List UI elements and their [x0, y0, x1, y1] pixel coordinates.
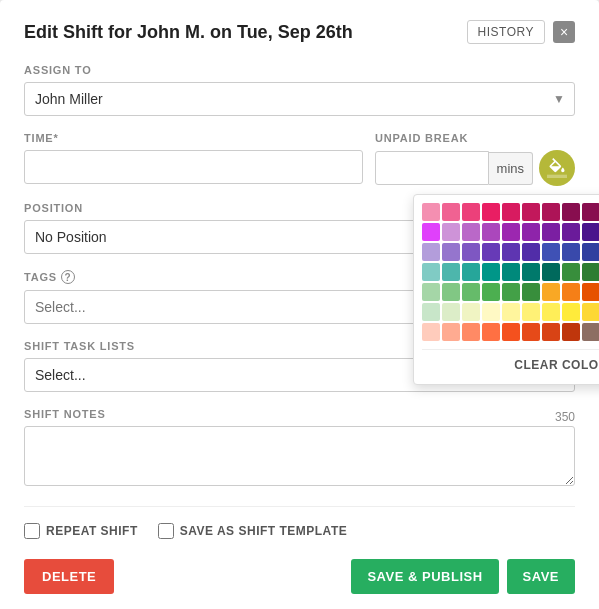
header-actions: HISTORY ×: [467, 20, 575, 44]
repeat-shift-checkbox[interactable]: [24, 523, 40, 539]
close-button[interactable]: ×: [553, 21, 575, 43]
color-swatch[interactable]: [582, 203, 599, 221]
color-swatch[interactable]: [582, 323, 599, 341]
color-swatch[interactable]: [522, 203, 540, 221]
assign-to-wrapper: John Miller ▼: [24, 82, 575, 116]
paint-bucket-icon: [547, 158, 567, 178]
color-swatch[interactable]: [462, 283, 480, 301]
color-swatch[interactable]: [582, 283, 599, 301]
save-template-checkbox[interactable]: [158, 523, 174, 539]
color-swatch[interactable]: [462, 323, 480, 341]
tags-help-icon[interactable]: ?: [61, 270, 75, 284]
edit-shift-modal: Edit Shift for John M. on Tue, Sep 26th …: [0, 0, 599, 609]
color-swatch[interactable]: [422, 283, 440, 301]
color-swatch[interactable]: [522, 283, 540, 301]
color-swatch[interactable]: [462, 263, 480, 281]
color-swatch[interactable]: [542, 303, 560, 321]
color-swatch[interactable]: [542, 283, 560, 301]
color-swatch[interactable]: [422, 203, 440, 221]
save-publish-button[interactable]: SAVE & PUBLISH: [351, 559, 498, 594]
color-swatch[interactable]: [522, 223, 540, 241]
time-label: TIME*: [24, 132, 363, 144]
color-swatch[interactable]: [442, 243, 460, 261]
color-swatch[interactable]: [522, 303, 540, 321]
color-swatch[interactable]: [562, 263, 580, 281]
break-input[interactable]: 15: [375, 151, 489, 185]
color-swatch[interactable]: [562, 283, 580, 301]
color-swatch[interactable]: [502, 303, 520, 321]
color-swatch[interactable]: [482, 303, 500, 321]
color-swatch[interactable]: [582, 263, 599, 281]
notes-header: SHIFT NOTES 350: [24, 408, 575, 426]
color-swatch[interactable]: [522, 243, 540, 261]
color-swatch[interactable]: [482, 243, 500, 261]
color-swatch[interactable]: [422, 303, 440, 321]
save-template-label: SAVE AS SHIFT TEMPLATE: [180, 524, 347, 538]
history-button[interactable]: HISTORY: [467, 20, 545, 44]
clear-color-button[interactable]: CLEAR COLOR: [422, 349, 599, 376]
color-swatch[interactable]: [582, 303, 599, 321]
save-button[interactable]: SAVE: [507, 559, 575, 594]
color-swatch[interactable]: [462, 303, 480, 321]
time-break-section: TIME* 9:00am - 5:00pm UNPAID BREAK 15 mi…: [24, 132, 575, 186]
color-swatch[interactable]: [422, 323, 440, 341]
color-swatch[interactable]: [562, 223, 580, 241]
time-input[interactable]: 9:00am - 5:00pm: [24, 150, 363, 184]
color-swatch[interactable]: [482, 203, 500, 221]
color-swatch[interactable]: [562, 243, 580, 261]
color-swatch[interactable]: [482, 323, 500, 341]
color-swatch[interactable]: [582, 243, 599, 261]
color-swatch[interactable]: [482, 223, 500, 241]
assign-to-select[interactable]: John Miller: [24, 82, 575, 116]
color-swatch[interactable]: [502, 283, 520, 301]
notes-textarea[interactable]: [24, 426, 575, 486]
break-column: UNPAID BREAK 15 mins: [375, 132, 575, 186]
color-swatch[interactable]: [422, 243, 440, 261]
footer-actions: DELETE SAVE & PUBLISH SAVE: [24, 559, 575, 594]
color-swatch[interactable]: [562, 203, 580, 221]
color-swatch[interactable]: [502, 223, 520, 241]
color-swatch[interactable]: [542, 323, 560, 341]
color-swatch[interactable]: [442, 203, 460, 221]
color-swatch[interactable]: [542, 203, 560, 221]
color-swatch[interactable]: [462, 223, 480, 241]
modal-title: Edit Shift for John M. on Tue, Sep 26th: [24, 22, 353, 43]
color-swatch[interactable]: [482, 283, 500, 301]
color-swatch[interactable]: [502, 263, 520, 281]
repeat-shift-label: REPEAT SHIFT: [46, 524, 138, 538]
checkbox-row: REPEAT SHIFT SAVE AS SHIFT TEMPLATE: [24, 523, 575, 539]
color-swatch[interactable]: [462, 243, 480, 261]
time-column: TIME* 9:00am - 5:00pm: [24, 132, 363, 184]
color-swatch[interactable]: [442, 223, 460, 241]
color-swatch[interactable]: [422, 223, 440, 241]
mins-label: mins: [489, 152, 533, 185]
color-swatch[interactable]: [482, 263, 500, 281]
repeat-shift-item: REPEAT SHIFT: [24, 523, 138, 539]
color-swatch[interactable]: [502, 323, 520, 341]
color-swatch[interactable]: [442, 283, 460, 301]
color-swatch[interactable]: [522, 263, 540, 281]
color-swatch[interactable]: [562, 303, 580, 321]
color-swatch[interactable]: [542, 223, 560, 241]
color-picker-popup: CLEAR COLOR: [413, 194, 599, 385]
divider: [24, 506, 575, 507]
color-swatch[interactable]: [562, 323, 580, 341]
color-swatch[interactable]: [422, 263, 440, 281]
color-picker-button[interactable]: [539, 150, 575, 186]
char-count: 350: [555, 410, 575, 424]
color-swatch[interactable]: [442, 323, 460, 341]
color-swatch[interactable]: [542, 243, 560, 261]
color-swatch[interactable]: [442, 263, 460, 281]
color-swatch[interactable]: [522, 323, 540, 341]
notes-label: SHIFT NOTES: [24, 408, 106, 420]
color-swatch[interactable]: [442, 303, 460, 321]
color-swatch[interactable]: [462, 203, 480, 221]
delete-button[interactable]: DELETE: [24, 559, 114, 594]
save-template-item: SAVE AS SHIFT TEMPLATE: [158, 523, 347, 539]
color-swatch[interactable]: [582, 223, 599, 241]
color-swatch[interactable]: [502, 203, 520, 221]
modal-header: Edit Shift for John M. on Tue, Sep 26th …: [24, 20, 575, 44]
color-grid: [422, 203, 599, 341]
color-swatch[interactable]: [502, 243, 520, 261]
color-swatch[interactable]: [542, 263, 560, 281]
